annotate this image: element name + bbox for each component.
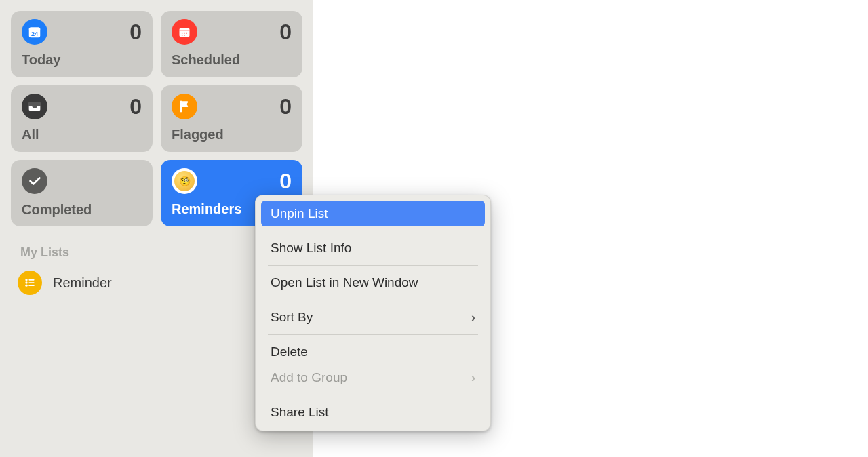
tray-icon bbox=[22, 94, 47, 119]
all-label: All bbox=[22, 127, 142, 142]
svg-point-8 bbox=[182, 35, 183, 36]
svg-point-10 bbox=[25, 279, 27, 281]
svg-rect-15 bbox=[28, 285, 34, 286]
menu-separator bbox=[268, 300, 478, 300]
svg-rect-13 bbox=[28, 282, 34, 283]
menu-item-label: Share List bbox=[271, 405, 329, 420]
scheduled-card[interactable]: 0 Scheduled bbox=[161, 11, 302, 77]
menu-add-to-group: Add to Group › bbox=[261, 365, 485, 391]
flag-icon bbox=[172, 94, 197, 119]
menu-open-new-window[interactable]: Open List in New Window bbox=[261, 270, 485, 296]
menu-item-label: Delete bbox=[271, 344, 308, 359]
svg-rect-11 bbox=[28, 279, 34, 281]
svg-point-5 bbox=[182, 33, 183, 34]
calendar-icon: 24 bbox=[22, 19, 47, 45]
svg-point-9 bbox=[184, 35, 185, 36]
list-bullet-icon bbox=[18, 271, 42, 295]
menu-item-label: Show List Info bbox=[271, 241, 351, 256]
menu-separator bbox=[268, 265, 478, 266]
today-card[interactable]: 24 0 Today bbox=[11, 11, 153, 77]
reminders-count: 0 bbox=[279, 169, 292, 194]
svg-point-7 bbox=[186, 33, 188, 34]
svg-point-14 bbox=[25, 285, 27, 287]
list-item-label: Reminder bbox=[53, 275, 112, 291]
all-count: 0 bbox=[130, 94, 142, 119]
check-icon bbox=[22, 168, 47, 194]
menu-separator bbox=[268, 395, 478, 395]
svg-point-6 bbox=[184, 33, 185, 34]
completed-card[interactable]: Completed bbox=[11, 160, 153, 226]
context-menu: Unpin List Show List Info Open List in N… bbox=[255, 195, 491, 431]
calendar-red-icon bbox=[172, 19, 197, 45]
menu-share-list[interactable]: Share List bbox=[261, 399, 485, 425]
svg-text:24: 24 bbox=[31, 31, 39, 37]
menu-show-list-info[interactable]: Show List Info bbox=[261, 235, 485, 261]
scheduled-count: 0 bbox=[279, 20, 292, 45]
menu-delete[interactable]: Delete bbox=[261, 339, 485, 365]
menu-separator bbox=[268, 334, 478, 335]
smart-lists-grid: 24 0 Today 0 Scheduled 0 bbox=[11, 11, 302, 226]
completed-label: Completed bbox=[22, 202, 142, 218]
today-count: 0 bbox=[130, 20, 142, 45]
flagged-card[interactable]: 0 Flagged bbox=[161, 85, 302, 152]
today-label: Today bbox=[22, 52, 142, 68]
menu-sort-by[interactable]: Sort By › bbox=[261, 304, 485, 330]
menu-item-label: Unpin List bbox=[271, 206, 328, 221]
svg-point-12 bbox=[25, 281, 27, 283]
flagged-count: 0 bbox=[279, 94, 292, 119]
all-card[interactable]: 0 All bbox=[11, 85, 153, 152]
menu-item-label: Add to Group bbox=[271, 370, 347, 385]
chevron-right-icon: › bbox=[471, 311, 475, 325]
chevron-right-icon: › bbox=[471, 371, 475, 385]
menu-separator bbox=[268, 231, 478, 231]
flagged-label: Flagged bbox=[172, 127, 292, 142]
menu-item-label: Open List in New Window bbox=[271, 275, 418, 290]
menu-unpin-list[interactable]: Unpin List bbox=[261, 201, 485, 226]
emoji-icon: 🧐 bbox=[172, 168, 197, 194]
menu-item-label: Sort By bbox=[271, 310, 313, 325]
scheduled-label: Scheduled bbox=[172, 52, 292, 68]
